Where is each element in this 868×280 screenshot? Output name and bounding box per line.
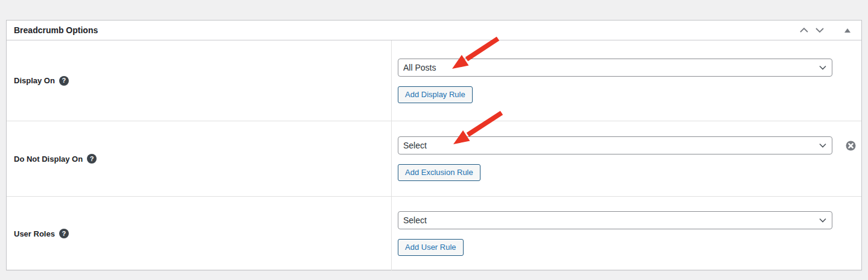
triangle-up-icon [844,28,850,33]
user-roles-select-wrap: Select [398,211,832,229]
do-not-display-on-label: Do Not Display On [14,154,83,164]
label-cell: Display On ? [7,40,392,121]
move-down-button[interactable] [812,23,828,37]
add-display-rule-button[interactable]: Add Display Rule [398,86,473,103]
label-cell: Do Not Display On ? [7,121,392,196]
move-up-button[interactable] [796,23,812,37]
user-roles-select[interactable]: Select [398,211,832,229]
help-icon[interactable]: ? [87,154,97,164]
help-icon[interactable]: ? [59,229,69,238]
chevron-down-icon [815,27,825,33]
breadcrumb-options-panel: Breadcrumb Options Display On ? [6,20,862,270]
setting-row-user-roles: User Roles ? Select Add User Rule [7,197,861,270]
help-icon[interactable]: ? [59,76,69,86]
remove-rule-button[interactable] [845,140,856,151]
field-cell: Select Add User Rule [392,197,861,270]
dismiss-circle-x-icon [846,141,856,151]
field-cell: All Posts Add Display Rule [392,40,861,121]
add-exclusion-rule-button[interactable]: Add Exclusion Rule [398,164,480,181]
display-on-label: Display On [14,76,55,85]
label-cell: User Roles ? [7,197,392,270]
do-not-display-on-select-wrap: Select [398,136,832,154]
panel-header: Breadcrumb Options [7,21,861,40]
add-user-rule-button[interactable]: Add User Rule [398,239,464,256]
setting-row-do-not-display-on: Do Not Display On ? Select [7,121,861,197]
display-on-select[interactable]: All Posts [398,59,832,77]
panel-title: Breadcrumb Options [14,25,796,35]
panel-header-controls [796,23,855,37]
display-on-select-wrap: All Posts [398,59,832,77]
chevron-up-icon [799,27,809,33]
do-not-display-on-select[interactable]: Select [398,136,832,154]
setting-row-display-on: Display On ? All Posts Add Display Rule [7,40,861,121]
user-roles-label: User Roles [14,229,55,238]
field-cell: Select Add Exclusion Rule [392,121,861,196]
panel-toggle-button[interactable] [840,23,855,37]
